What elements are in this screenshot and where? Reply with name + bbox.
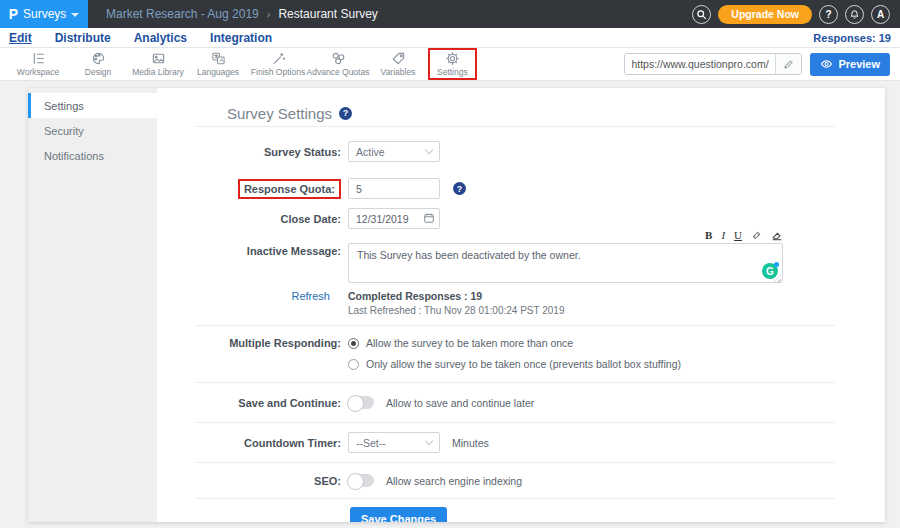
toolbar-item-settings[interactable]: Settings	[428, 48, 477, 80]
save-changes-button[interactable]: Save Changes	[350, 507, 447, 522]
toolbar-label: Media Library	[132, 67, 184, 77]
sidebar-item-notifications[interactable]: Notifications	[28, 143, 157, 168]
seo-toggle[interactable]	[348, 474, 374, 487]
seo-label: SEO:	[157, 475, 348, 487]
save-continue-toggle[interactable]	[348, 396, 374, 409]
toolbar-label: Variables	[381, 67, 416, 77]
settings-help-icon[interactable]: ?	[339, 107, 352, 120]
advance-quotas-icon	[331, 51, 346, 66]
link-button[interactable]	[751, 230, 762, 241]
sidebar-item-settings[interactable]: Settings	[28, 93, 157, 118]
notifications-button[interactable]	[845, 5, 864, 24]
breadcrumb-folder[interactable]: Market Research - Aug 2019	[106, 7, 259, 21]
refresh-link[interactable]: Refresh	[291, 290, 330, 302]
tab-analytics[interactable]: Analytics	[134, 31, 187, 45]
questionpro-logo-icon: P	[9, 7, 18, 22]
bold-button[interactable]: B	[705, 230, 712, 241]
toolbar-label: Finish Options	[251, 67, 305, 77]
edit-toolbar: Workspace Design Media Library A Langua	[0, 48, 900, 81]
toolbar-item-variables[interactable]: Variables	[368, 50, 428, 78]
edit-url-button[interactable]	[775, 53, 801, 75]
response-quota-input[interactable]	[348, 178, 440, 199]
toolbar-label: Design	[85, 67, 111, 77]
bell-icon	[849, 9, 860, 20]
countdown-minutes-text: Minutes	[452, 437, 489, 449]
help-button[interactable]: ?	[819, 5, 838, 24]
breadcrumb-current-survey: Restaurant Survey	[278, 7, 377, 21]
toolbar-label: Languages	[197, 67, 239, 77]
surveys-product-menu[interactable]: P Surveys	[0, 0, 88, 28]
survey-subnav: Edit Distribute Analytics Integration Re…	[0, 28, 900, 48]
pencil-icon	[783, 59, 794, 70]
response-quota-label: Response Quota:	[157, 179, 348, 199]
clear-format-button[interactable]	[771, 229, 783, 241]
toolbar-item-workspace[interactable]: Workspace	[8, 50, 68, 78]
multiple-responding-label: Multiple Responding:	[157, 337, 348, 349]
survey-url-input[interactable]	[625, 54, 775, 74]
radio-take-more-than-once[interactable]	[348, 338, 359, 349]
tab-edit[interactable]: Edit	[9, 31, 32, 45]
response-quota-help-icon[interactable]: ?	[453, 182, 466, 195]
toolbar-item-advance-quotas[interactable]: Advance Quotas	[308, 50, 368, 78]
sidebar-item-security[interactable]: Security	[28, 118, 157, 143]
radio-label: Allow the survey to be taken more than o…	[366, 337, 573, 349]
finish-options-icon	[271, 51, 286, 66]
preview-button[interactable]: Preview	[810, 53, 890, 76]
radio-label: Only allow the survey to be taken once (…	[366, 358, 681, 370]
close-date-label: Close Date:	[157, 213, 348, 225]
survey-status-value: Active	[356, 146, 385, 158]
chevron-down-icon	[425, 437, 433, 445]
save-continue-label: Save and Continue:	[157, 397, 348, 409]
toolbar-item-languages[interactable]: A Languages	[188, 50, 248, 78]
countdown-timer-label: Countdown Timer:	[157, 437, 348, 449]
completed-responses-text: Completed Responses : 19	[348, 290, 564, 302]
underline-button[interactable]: U	[734, 230, 742, 241]
languages-icon: A	[211, 51, 226, 66]
upgrade-now-button[interactable]: Upgrade Now	[718, 5, 812, 24]
chevron-down-icon	[425, 146, 433, 154]
design-icon	[91, 51, 106, 66]
inactive-message-label: Inactive Message:	[157, 229, 348, 257]
page-title: Survey Settings	[227, 105, 332, 122]
toolbar-item-design[interactable]: Design	[68, 50, 128, 78]
survey-status-select[interactable]: Active	[348, 141, 440, 162]
section-divider	[195, 422, 835, 423]
search-icon	[696, 9, 707, 20]
section-divider	[195, 462, 835, 463]
workspace-icon	[31, 51, 46, 66]
tab-distribute[interactable]: Distribute	[55, 31, 111, 45]
settings-gear-icon	[445, 51, 460, 66]
section-divider	[195, 325, 835, 326]
toolbar-item-finish-options[interactable]: Finish Options	[248, 50, 308, 78]
seo-text: Allow search engine indexing	[386, 475, 522, 487]
product-menu-label: Surveys	[23, 7, 66, 21]
toolbar-item-media-library[interactable]: Media Library	[128, 50, 188, 78]
media-library-icon	[151, 51, 166, 66]
svg-text:A: A	[219, 57, 223, 63]
topbar-actions: Upgrade Now ? A	[692, 5, 890, 24]
close-date-input[interactable]	[348, 208, 440, 229]
survey-status-label: Survey Status:	[157, 146, 348, 158]
toolbar-label: Advance Quotas	[307, 67, 370, 77]
tab-integration[interactable]: Integration	[210, 31, 272, 45]
grammarly-icon[interactable]: G	[762, 263, 778, 279]
survey-url-group	[624, 53, 802, 75]
settings-sidebar: Settings Security Notifications	[28, 88, 157, 522]
variables-icon	[391, 51, 406, 66]
toolbar-label: Settings	[437, 67, 468, 77]
countdown-timer-select[interactable]: --Set--	[348, 432, 440, 453]
search-button[interactable]	[692, 5, 711, 24]
format-toolbar: B I U	[348, 229, 783, 241]
inactive-message-textarea[interactable]: This Survey has been deactivated by the …	[348, 243, 783, 283]
save-continue-text: Allow to save and continue later	[386, 397, 534, 409]
avatar-button[interactable]: A	[871, 5, 890, 24]
eye-icon	[820, 59, 833, 69]
last-refreshed-text: Last Refreshed : Thu Nov 28 01:00:24 PST…	[348, 305, 564, 316]
italic-button[interactable]: I	[721, 230, 725, 241]
preview-label: Preview	[838, 58, 880, 70]
caret-down-icon	[71, 13, 79, 17]
section-divider	[195, 498, 835, 499]
responses-count[interactable]: Responses: 19	[813, 32, 891, 44]
toolbar-label: Workspace	[17, 67, 59, 77]
radio-take-once-only[interactable]	[348, 359, 359, 370]
